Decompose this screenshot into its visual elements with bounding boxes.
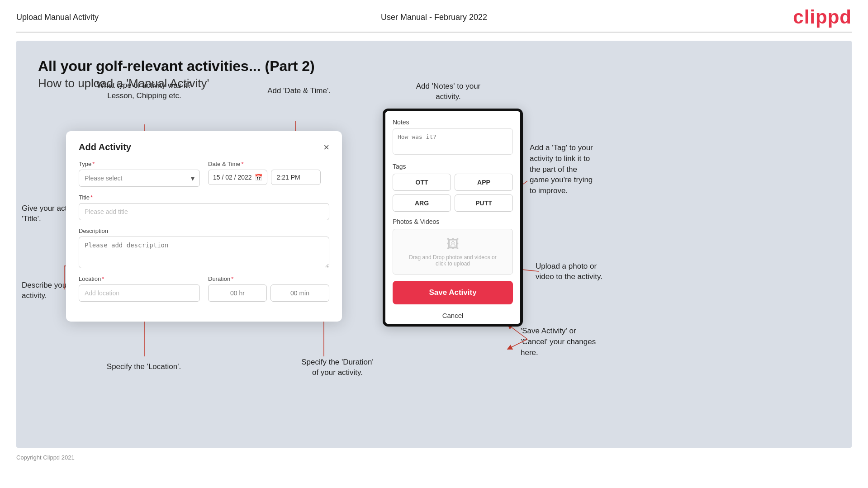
doc-title: User Manual - February 2022 [381,13,487,22]
main-content: All your golf-relevant activities... (Pa… [16,41,852,448]
modal-header: Add Activity × [79,142,329,152]
duration-group: Duration* [208,275,329,302]
type-label: Type* [79,161,200,167]
duration-min-input[interactable] [270,284,329,302]
footer: Copyright Clippd 2021 [0,448,868,467]
duration-hr-input[interactable] [208,284,267,302]
annotation-date-time: Add 'Date & Time'. [254,86,344,96]
tag-ott[interactable]: OTT [393,174,451,191]
type-group: Type* Please select ▾ [79,161,200,187]
tags-section-label: Tags [393,163,513,170]
datetime-label: Date & Time* [208,161,329,167]
type-select-wrapper: Please select ▾ [79,170,200,187]
duration-inputs [208,284,329,302]
photos-hint: Drag and Drop photos and videos or click… [400,254,505,267]
notes-textarea[interactable] [393,128,513,155]
top-bar: Upload Manual Activity User Manual - Feb… [0,0,868,32]
date-value: 15 / 02 / 2022 [213,174,252,181]
cancel-button[interactable]: Cancel [393,309,513,324]
date-input[interactable]: 15 / 02 / 2022 📅 [208,170,267,185]
add-activity-modal: Add Activity × Type* Please select ▾ Dat… [66,131,342,322]
photos-upload-area[interactable]: 🖼 Drag and Drop photos and videos or cli… [393,229,513,275]
notes-section-label: Notes [393,118,513,126]
photo-icon: 🖼 [400,237,505,251]
annotation-duration: Specify the 'Duration' of your activity. [279,357,396,378]
logo: clippd [793,6,852,28]
phone-mockup: Notes Tags OTT APP ARG PUTT Photos & Vid… [383,109,523,327]
title-group: Title* [79,194,329,220]
type-select[interactable]: Please select [79,170,200,187]
duration-label: Duration* [208,275,329,282]
annotation-tag: Add a 'Tag' to your activity to link it … [530,142,643,196]
annotation-location: Specify the 'Location'. [94,362,194,372]
modal-close-button[interactable]: × [323,142,329,152]
annotation-upload: Upload a photo or video to the activity. [536,261,646,282]
datetime-group: Date & Time* 15 / 02 / 2022 📅 [208,161,329,187]
tag-arg[interactable]: ARG [393,194,451,212]
time-input[interactable] [271,170,321,185]
title-input[interactable] [79,203,329,220]
modal-title: Add Activity [79,142,131,152]
description-input[interactable] [79,237,329,268]
photos-label: Photos & Videos [393,218,513,225]
description-group: Description [79,227,329,268]
main-title: All your golf-relevant activities... (Pa… [38,58,830,75]
location-input[interactable] [79,284,200,302]
header-divider [16,32,852,33]
copyright: Copyright Clippd 2021 [16,454,75,461]
calendar-icon: 📅 [255,174,262,181]
description-label: Description [79,227,329,234]
annotation-notes: Add 'Notes' to your activity. [398,81,498,102]
save-activity-button[interactable]: Save Activity [393,281,513,304]
tag-putt[interactable]: PUTT [455,194,513,212]
location-group: Location* [79,275,200,302]
type-date-row: Type* Please select ▾ Date & Time* 15 / … [79,161,329,187]
annotation-what-type: What type of activity was it? Lesson, Ch… [92,81,196,101]
tag-app[interactable]: APP [455,174,513,191]
datetime-inputs: 15 / 02 / 2022 📅 [208,170,329,185]
page-title: Upload Manual Activity [16,13,99,22]
phone-inner: Notes Tags OTT APP ARG PUTT Photos & Vid… [385,111,520,324]
annotation-save: 'Save Activity' or 'Cancel' your changes… [521,326,643,358]
location-duration-row: Location* Duration* [79,275,329,302]
title-label: Title* [79,194,329,201]
location-label: Location* [79,275,200,282]
tags-grid: OTT APP ARG PUTT [393,174,513,212]
